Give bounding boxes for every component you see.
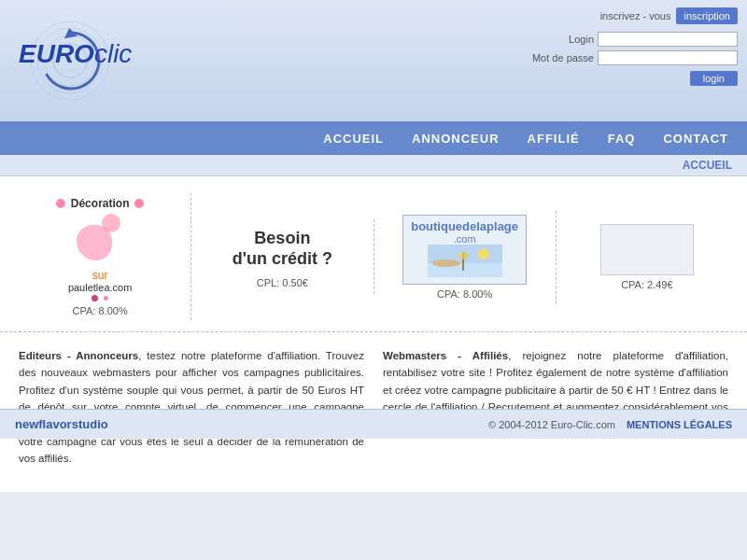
ad-plain: CPA: 2.49€ xyxy=(557,219,738,294)
nav-annonceur[interactable]: ANNONCEUR xyxy=(412,132,500,146)
nav-accueil[interactable]: ACCUEIL xyxy=(323,132,384,146)
footer-right: © 2004-2012 Euro-Clic.com MENTIONS LÉGAL… xyxy=(488,419,732,430)
ad2-cpa: CPL: 0.50€ xyxy=(257,277,308,288)
text-left-intro: Editeurs - Annonceurs xyxy=(19,350,138,361)
logo-text: EUROclic xyxy=(19,39,132,69)
ad-credit-title: Besoind'un crédit ? xyxy=(233,229,332,269)
text-left-body: , testez notre plateforme d'affiliation.… xyxy=(19,350,364,464)
text-section: Editeurs - Annonceurs, testez notre plat… xyxy=(0,332,747,483)
ad-boutique: boutiquedelaplage .com CPA: 8.00% xyxy=(374,211,557,303)
ad-dot-small xyxy=(92,295,98,301)
ad-dot-tiny xyxy=(104,296,108,301)
svg-point-9 xyxy=(478,248,489,259)
ad-dot-pink xyxy=(56,199,65,208)
ad-boutique-box: boutiquedelaplage .com xyxy=(402,215,527,285)
ad4-cpa: CPA: 2.49€ xyxy=(621,279,672,290)
main-content: Décoration sur pauletlea.com CPA: 8.00% xyxy=(0,176,747,492)
footer-studio-bold: studio xyxy=(72,417,108,431)
nav-faq[interactable]: FAQ xyxy=(608,132,636,146)
breadcrumb: ACCUEIL xyxy=(0,155,747,176)
footer-copyright: © 2004-2012 Euro-Clic.com xyxy=(488,419,615,430)
ad-decoration-label: Décoration xyxy=(71,197,130,210)
password-label: Mot de passe xyxy=(529,52,594,63)
login-label: Login xyxy=(529,34,594,45)
ad-plain-image xyxy=(600,224,694,275)
ad-boutique-sub: .com xyxy=(411,233,518,245)
ad3-cpa: CPA: 8.00% xyxy=(437,288,492,300)
ads-row: Décoration sur pauletlea.com CPA: 8.00% xyxy=(0,186,747,332)
ad-decoration-image xyxy=(72,214,128,265)
text-right-intro: Webmasters - Affiliés xyxy=(383,350,508,361)
svg-point-7 xyxy=(432,259,460,267)
nav-affilie[interactable]: AFFILIÉ xyxy=(528,132,580,146)
footer-studio-text: newflavor xyxy=(15,417,72,431)
ad-credit: Besoind'un crédit ? CPL: 0.50€ xyxy=(191,219,374,294)
login-input[interactable] xyxy=(598,32,738,47)
ad1-cpa: CPA: 8.00% xyxy=(73,305,128,316)
nav-contact[interactable]: CONTACT xyxy=(663,132,728,146)
navigation: ACCUEIL ANNONCEUR AFFILIÉ FAQ CONTACT xyxy=(0,121,747,155)
password-input[interactable] xyxy=(598,50,738,65)
ad-site-label: pauletlea.com xyxy=(68,282,133,293)
login-button[interactable]: login xyxy=(690,71,738,86)
footer-studio: newflavorstudio xyxy=(15,417,108,431)
ad-decoration: Décoration sur pauletlea.com CPA: 8.00% xyxy=(9,193,191,320)
ad-boutique-image xyxy=(428,245,502,277)
ad-credit-box: Besoind'un crédit ? xyxy=(229,225,336,273)
ad-boutique-title: boutiquedelaplage xyxy=(411,219,518,233)
inscription-button[interactable]: inscription xyxy=(676,7,738,24)
register-label: inscrivez - vous xyxy=(600,10,671,21)
ad-sur-label: sur xyxy=(92,269,108,282)
ad-dot-pink2 xyxy=(134,199,144,208)
text-right: Webmasters - Affiliés, rejoignez notre p… xyxy=(383,347,728,468)
footer: newflavorstudio © 2004-2012 Euro-Clic.co… xyxy=(0,409,747,439)
text-left: Editeurs - Annonceurs, testez notre plat… xyxy=(19,347,364,468)
footer-legal-link[interactable]: MENTIONS LÉGALES xyxy=(627,419,732,430)
